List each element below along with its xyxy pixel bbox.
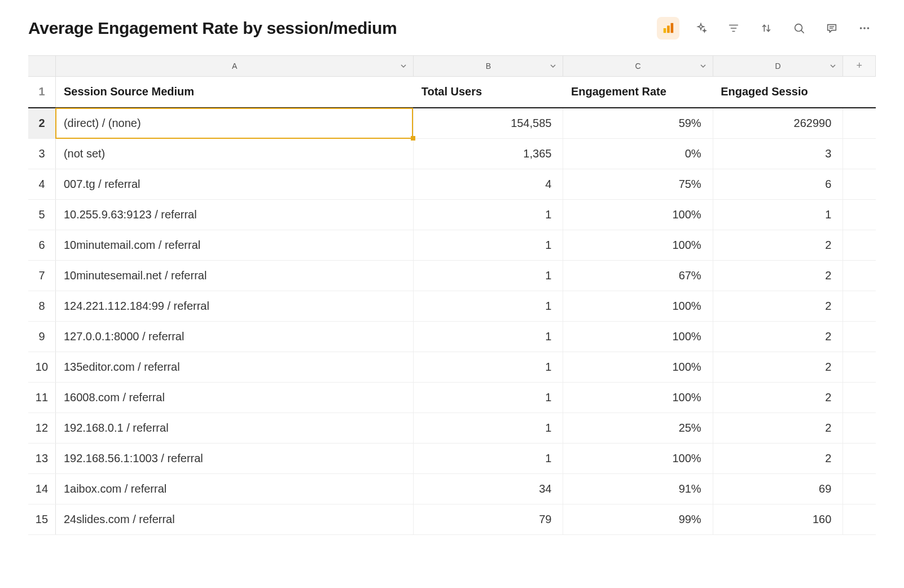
cell-total-users[interactable]: 79: [414, 504, 563, 534]
column-header-D[interactable]: D: [713, 56, 843, 76]
cell-total-users[interactable]: 1,365: [414, 138, 563, 169]
search-icon[interactable]: [788, 17, 810, 40]
empty-cell[interactable]: [843, 199, 876, 230]
row-number[interactable]: 5: [28, 199, 55, 230]
row-number[interactable]: 3: [28, 138, 55, 169]
row-number[interactable]: 11: [28, 382, 55, 413]
cell-engaged-sessions[interactable]: 2: [713, 352, 843, 382]
cell-source-medium[interactable]: 10.255.9.63:9123 / referral: [55, 199, 413, 230]
empty-cell[interactable]: [843, 443, 876, 473]
row-number[interactable]: 9: [28, 321, 55, 352]
cell-engaged-sessions[interactable]: 2: [713, 291, 843, 321]
cell-engaged-sessions[interactable]: 2: [713, 443, 843, 473]
cell-total-users[interactable]: 1: [414, 199, 563, 230]
cell-engaged-sessions[interactable]: 262990: [713, 108, 843, 138]
cell-engaged-sessions[interactable]: 2: [713, 260, 843, 291]
cell-engagement-rate[interactable]: 59%: [563, 108, 713, 138]
cell-source-medium[interactable]: 24slides.com / referral: [55, 504, 413, 534]
cell-engagement-rate[interactable]: 91%: [563, 473, 713, 504]
cell-engagement-rate[interactable]: 100%: [563, 230, 713, 260]
row-number[interactable]: 2: [28, 108, 55, 138]
cell-total-users[interactable]: 1: [414, 260, 563, 291]
column-header-A[interactable]: A: [55, 56, 413, 76]
empty-cell[interactable]: [843, 291, 876, 321]
empty-cell[interactable]: [843, 504, 876, 534]
cell-source-medium[interactable]: 127.0.0.1:8000 / referral: [55, 321, 413, 352]
cell-engaged-sessions[interactable]: 160: [713, 504, 843, 534]
header-engaged-sessions[interactable]: Engaged Sessio: [713, 76, 843, 108]
more-icon[interactable]: [853, 17, 876, 40]
cell-engagement-rate[interactable]: 100%: [563, 199, 713, 230]
header-engagement-rate[interactable]: Engagement Rate: [563, 76, 713, 108]
empty-cell[interactable]: [843, 413, 876, 443]
header-total-users[interactable]: Total Users: [414, 76, 563, 108]
empty-cell[interactable]: [843, 473, 876, 504]
empty-cell[interactable]: [843, 138, 876, 169]
cell-engagement-rate[interactable]: 67%: [563, 260, 713, 291]
cell-total-users[interactable]: 1: [414, 291, 563, 321]
cell-total-users[interactable]: 1: [414, 382, 563, 413]
add-column-button[interactable]: +: [843, 56, 876, 76]
cell-engagement-rate[interactable]: 100%: [563, 291, 713, 321]
cell-engaged-sessions[interactable]: 2: [713, 413, 843, 443]
cell-source-medium[interactable]: 135editor.com / referral: [55, 352, 413, 382]
empty-cell[interactable]: [843, 321, 876, 352]
cell-engagement-rate[interactable]: 75%: [563, 169, 713, 199]
cell-source-medium[interactable]: 16008.com / referral: [55, 382, 413, 413]
cell-engagement-rate[interactable]: 0%: [563, 138, 713, 169]
row-number[interactable]: 12: [28, 413, 55, 443]
cell-engagement-rate[interactable]: 100%: [563, 321, 713, 352]
row-number[interactable]: 10: [28, 352, 55, 382]
cell-engagement-rate[interactable]: 25%: [563, 413, 713, 443]
cell-engaged-sessions[interactable]: 2: [713, 382, 843, 413]
row-number[interactable]: 8: [28, 291, 55, 321]
analytics-icon[interactable]: [657, 17, 679, 40]
select-all-cell[interactable]: [28, 56, 55, 76]
cell-source-medium[interactable]: 10minutemail.com / referral: [55, 230, 413, 260]
sort-icon[interactable]: [755, 17, 778, 40]
row-number[interactable]: 15: [28, 504, 55, 534]
cell-total-users[interactable]: 1: [414, 230, 563, 260]
comment-icon[interactable]: [820, 17, 843, 40]
header-session-source-medium[interactable]: Session Source Medium: [55, 76, 413, 108]
filter-icon[interactable]: [722, 17, 745, 40]
cell-engaged-sessions[interactable]: 69: [713, 473, 843, 504]
cell-source-medium[interactable]: 1aibox.com / referral: [55, 473, 413, 504]
cell-total-users[interactable]: 4: [414, 169, 563, 199]
cell-engaged-sessions[interactable]: 1: [713, 199, 843, 230]
chevron-down-icon[interactable]: [700, 62, 706, 71]
empty-cell[interactable]: [843, 230, 876, 260]
cell-engaged-sessions[interactable]: 2: [713, 230, 843, 260]
cell-engagement-rate[interactable]: 100%: [563, 443, 713, 473]
cell-total-users[interactable]: 34: [414, 473, 563, 504]
cell-total-users[interactable]: 1: [414, 321, 563, 352]
column-header-C[interactable]: C: [563, 56, 713, 76]
cell-source-medium[interactable]: 192.168.56.1:1003 / referral: [55, 443, 413, 473]
chevron-down-icon[interactable]: [830, 62, 836, 71]
chevron-down-icon[interactable]: [401, 62, 406, 71]
cell-source-medium[interactable]: (not set): [55, 138, 413, 169]
column-header-B[interactable]: B: [414, 56, 563, 76]
cell-total-users[interactable]: 1: [414, 413, 563, 443]
empty-cell[interactable]: [843, 169, 876, 199]
cell-source-medium[interactable]: 007.tg / referral: [55, 169, 413, 199]
row-number[interactable]: 7: [28, 260, 55, 291]
chevron-down-icon[interactable]: [550, 62, 556, 71]
cell-total-users[interactable]: 1: [414, 352, 563, 382]
empty-cell[interactable]: [843, 76, 876, 108]
row-number[interactable]: 6: [28, 230, 55, 260]
cell-engagement-rate[interactable]: 100%: [563, 352, 713, 382]
cell-source-medium[interactable]: 10minutesemail.net / referral: [55, 260, 413, 291]
row-number[interactable]: 13: [28, 443, 55, 473]
empty-cell[interactable]: [843, 260, 876, 291]
ai-sparkle-icon[interactable]: [690, 17, 712, 40]
cell-source-medium[interactable]: 192.168.0.1 / referral: [55, 413, 413, 443]
empty-cell[interactable]: [843, 352, 876, 382]
cell-source-medium[interactable]: (direct) / (none): [55, 108, 413, 138]
empty-cell[interactable]: [843, 108, 876, 138]
row-number[interactable]: 14: [28, 473, 55, 504]
empty-cell[interactable]: [843, 382, 876, 413]
cell-engagement-rate[interactable]: 100%: [563, 382, 713, 413]
row-number[interactable]: 1: [28, 76, 55, 108]
row-number[interactable]: 4: [28, 169, 55, 199]
